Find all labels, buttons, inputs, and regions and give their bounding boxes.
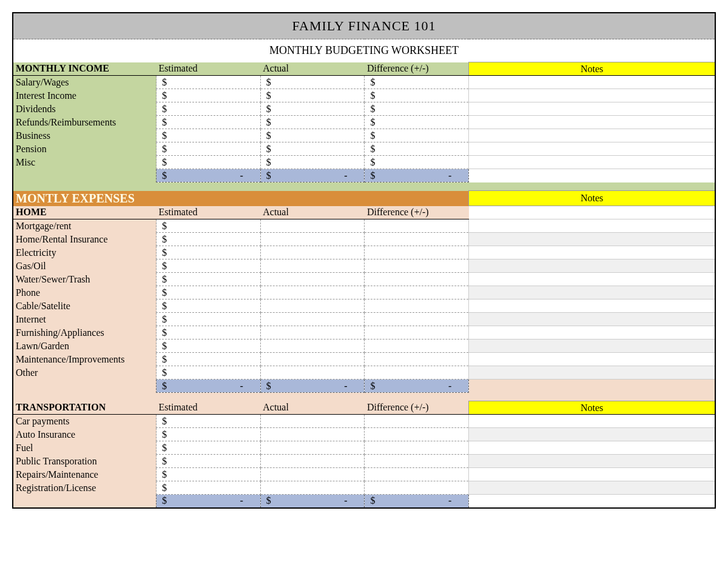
amount-cell[interactable]: $ [260, 89, 365, 102]
amount-cell[interactable]: $ [365, 102, 469, 116]
amount-cell[interactable]: $ [157, 468, 261, 481]
notes-cell[interactable] [469, 299, 715, 313]
amount-cell[interactable] [260, 299, 365, 313]
notes-cell[interactable] [469, 89, 715, 102]
amount-cell[interactable] [365, 481, 469, 495]
notes-cell[interactable] [469, 76, 715, 89]
amount-cell[interactable]: $ [157, 102, 261, 116]
notes-cell[interactable] [469, 129, 715, 142]
amount-cell[interactable]: $ [157, 313, 261, 326]
amount-cell[interactable] [365, 273, 469, 286]
amount-cell[interactable]: $ [157, 428, 261, 441]
amount-cell[interactable] [260, 259, 365, 273]
amount-cell[interactable]: $ [157, 129, 261, 142]
home-total-act[interactable]: $- [260, 380, 365, 393]
amount-cell[interactable]: $ [157, 142, 261, 156]
amount-cell[interactable]: $ [365, 142, 469, 156]
amount-cell[interactable]: $ [157, 273, 261, 286]
amount-cell[interactable]: $ [157, 233, 261, 246]
amount-cell[interactable] [365, 233, 469, 246]
amount-cell[interactable] [260, 366, 365, 380]
amount-cell[interactable] [365, 326, 469, 340]
amount-cell[interactable]: $ [260, 102, 365, 116]
amount-cell[interactable]: $ [157, 415, 261, 428]
home-total-est[interactable]: $- [157, 380, 261, 393]
amount-cell[interactable] [260, 286, 365, 299]
amount-cell[interactable]: $ [157, 259, 261, 273]
notes-cell[interactable] [469, 156, 715, 169]
amount-cell[interactable] [365, 340, 469, 353]
amount-cell[interactable] [260, 441, 365, 455]
home-total-diff[interactable]: $- [365, 380, 469, 393]
amount-cell[interactable] [365, 428, 469, 441]
amount-cell[interactable] [260, 415, 365, 428]
income-total-act[interactable]: $- [260, 169, 365, 182]
notes-cell[interactable] [469, 481, 715, 495]
amount-cell[interactable] [260, 233, 365, 246]
notes-cell[interactable] [469, 116, 715, 129]
amount-cell[interactable] [260, 481, 365, 495]
amount-cell[interactable] [260, 455, 365, 468]
amount-cell[interactable]: $ [365, 156, 469, 169]
amount-cell[interactable] [365, 366, 469, 380]
amount-cell[interactable]: $ [157, 76, 261, 89]
notes-cell[interactable] [469, 415, 715, 428]
transport-total-diff[interactable]: $- [365, 495, 469, 508]
notes-cell[interactable] [469, 340, 715, 353]
amount-cell[interactable]: $ [260, 142, 365, 156]
transport-total-est[interactable]: $- [157, 495, 261, 508]
amount-cell[interactable] [260, 428, 365, 441]
amount-cell[interactable]: $ [157, 326, 261, 340]
notes-cell[interactable] [469, 102, 715, 116]
amount-cell[interactable]: $ [157, 116, 261, 129]
notes-cell[interactable] [469, 286, 715, 299]
amount-cell[interactable]: $ [157, 156, 261, 169]
notes-cell[interactable] [469, 353, 715, 366]
amount-cell[interactable]: $ [260, 116, 365, 129]
amount-cell[interactable]: $ [157, 286, 261, 299]
notes-cell[interactable] [469, 455, 715, 468]
notes-cell[interactable] [469, 326, 715, 340]
amount-cell[interactable]: $ [157, 219, 261, 233]
amount-cell[interactable] [260, 353, 365, 366]
amount-cell[interactable] [365, 415, 469, 428]
amount-cell[interactable]: $ [365, 76, 469, 89]
amount-cell[interactable]: $ [365, 89, 469, 102]
amount-cell[interactable]: $ [157, 366, 261, 380]
amount-cell[interactable] [365, 259, 469, 273]
amount-cell[interactable] [365, 286, 469, 299]
amount-cell[interactable] [365, 219, 469, 233]
amount-cell[interactable] [260, 273, 365, 286]
amount-cell[interactable] [260, 468, 365, 481]
amount-cell[interactable]: $ [157, 89, 261, 102]
amount-cell[interactable] [365, 246, 469, 259]
income-total-diff[interactable]: $- [365, 169, 469, 182]
amount-cell[interactable]: $ [157, 340, 261, 353]
notes-cell[interactable] [469, 441, 715, 455]
notes-cell[interactable] [469, 428, 715, 441]
amount-cell[interactable] [260, 313, 365, 326]
notes-cell[interactable] [469, 142, 715, 156]
amount-cell[interactable] [260, 326, 365, 340]
amount-cell[interactable]: $ [157, 455, 261, 468]
amount-cell[interactable] [365, 313, 469, 326]
amount-cell[interactable]: $ [157, 353, 261, 366]
notes-cell[interactable] [469, 313, 715, 326]
amount-cell[interactable] [365, 468, 469, 481]
amount-cell[interactable]: $ [157, 441, 261, 455]
amount-cell[interactable]: $ [157, 481, 261, 495]
notes-cell[interactable] [469, 219, 715, 233]
amount-cell[interactable] [365, 441, 469, 455]
amount-cell[interactable]: $ [260, 76, 365, 89]
amount-cell[interactable]: $ [157, 299, 261, 313]
amount-cell[interactable] [365, 299, 469, 313]
amount-cell[interactable]: $ [365, 129, 469, 142]
notes-cell[interactable] [469, 259, 715, 273]
notes-cell[interactable] [469, 273, 715, 286]
notes-cell[interactable] [469, 246, 715, 259]
amount-cell[interactable] [260, 219, 365, 233]
amount-cell[interactable] [260, 340, 365, 353]
notes-cell[interactable] [469, 233, 715, 246]
amount-cell[interactable]: $ [260, 129, 365, 142]
notes-cell[interactable] [469, 468, 715, 481]
